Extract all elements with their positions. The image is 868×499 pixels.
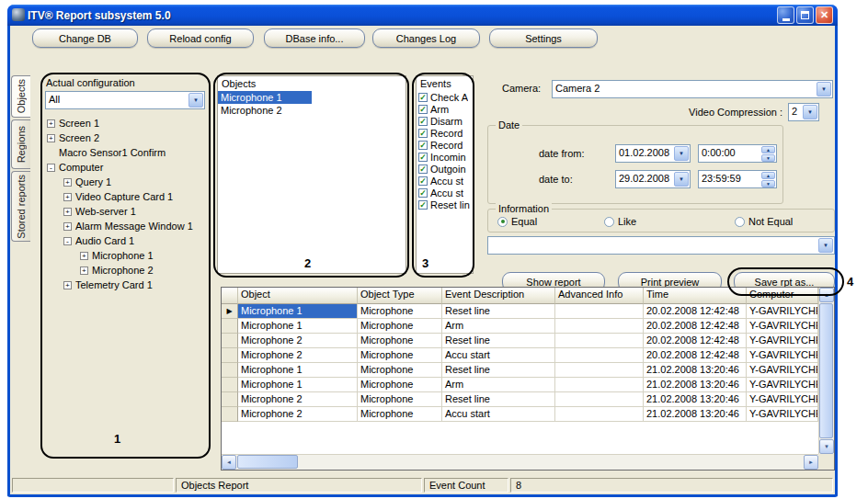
cell-object-type[interactable]: Microphone [358, 334, 442, 348]
event-checkbox-item[interactable]: ✓Reset lin [417, 198, 473, 210]
row-selector-cell[interactable]: ▶ [222, 304, 238, 319]
row-selector-cell[interactable] [222, 319, 238, 334]
cell-time[interactable]: 20.02.2008 12:42:48 [644, 304, 747, 319]
tree-item[interactable]: +Alarm Message Window 1 [45, 219, 212, 233]
vertical-scrollbar[interactable]: ▲ ▼ [818, 288, 834, 454]
tree-item[interactable]: +Microphone 1 [45, 248, 212, 263]
tree-item[interactable]: +Telemetry Card 1 [45, 278, 212, 292]
cell-object-type[interactable]: Microphone [358, 407, 442, 422]
dropdown-arrow-icon[interactable]: ▼ [817, 82, 831, 96]
scroll-left-button[interactable]: ◄ [222, 455, 236, 470]
cell-event-description[interactable]: Arm [442, 378, 555, 392]
tab-stored-reports[interactable]: Stored reports [11, 171, 30, 242]
cell-object[interactable]: Microphone 2 [238, 407, 358, 422]
column-header-advanced-info[interactable]: Advanced Info [555, 288, 644, 304]
table-row[interactable]: Microphone 2 Microphone Accu start 20.02… [222, 348, 818, 363]
cell-object-type[interactable]: Microphone [358, 378, 442, 392]
reload-config-button[interactable]: Reload config [147, 28, 254, 48]
cell-object-type[interactable]: Microphone [358, 348, 442, 363]
cell-advanced-info[interactable] [555, 363, 644, 378]
tree-item[interactable]: +Screen 2 [45, 130, 212, 145]
checkbox-checked-icon[interactable]: ✓ [418, 105, 428, 114]
tree-expand-icon[interactable]: + [80, 252, 88, 260]
tree-item[interactable]: +Microphone 2 [45, 263, 212, 278]
cell-object-type[interactable]: Microphone [358, 392, 442, 407]
dropdown-arrow-icon[interactable]: ▼ [674, 146, 689, 161]
table-row[interactable]: Microphone 2 Microphone Reset line 20.02… [222, 334, 818, 348]
cell-time[interactable]: 21.02.2008 13:20:46 [644, 363, 747, 378]
date-from-combobox[interactable]: 01.02.2008 ▼ [615, 144, 691, 163]
cell-object-type[interactable]: Microphone [358, 363, 442, 378]
row-selector-cell[interactable] [222, 392, 238, 407]
row-selector-cell[interactable] [222, 407, 238, 422]
cell-event-description[interactable]: Reset line [442, 363, 555, 378]
cell-event-description[interactable]: Arm [442, 319, 555, 334]
cell-advanced-info[interactable] [555, 392, 644, 407]
cell-event-description[interactable]: Accu start [442, 348, 555, 363]
cell-event-description[interactable]: Accu start [442, 407, 555, 422]
tree-item[interactable]: +Query 1 [45, 175, 212, 189]
titlebar[interactable]: ITV® Report subsystem 5.0 ✕ [7, 5, 838, 26]
information-filter-combobox[interactable]: ▼ [487, 236, 835, 255]
cell-object[interactable]: Microphone 1 [238, 304, 358, 319]
cell-advanced-info[interactable] [555, 378, 644, 392]
radio-not-equal[interactable]: Not Equal [735, 216, 793, 227]
scroll-down-button[interactable]: ▼ [819, 439, 834, 454]
event-checkbox-item[interactable]: ✓Accu st [417, 187, 473, 198]
table-row[interactable]: ▶ Microphone 1 Microphone Reset line 20.… [222, 304, 818, 319]
spin-down-button[interactable]: ▼ [761, 154, 775, 162]
row-selector-cell[interactable] [222, 378, 238, 392]
video-compression-combobox[interactable]: 2 ▼ [788, 103, 819, 121]
table-row[interactable]: Microphone 2 Microphone Accu start 21.02… [222, 407, 818, 422]
dropdown-arrow-icon[interactable]: ▼ [818, 238, 833, 253]
camera-combobox[interactable]: Camera 2 ▼ [552, 80, 833, 98]
tree-expand-icon[interactable]: + [63, 193, 72, 201]
scroll-up-button[interactable]: ▲ [819, 288, 834, 302]
horizontal-scroll-thumb[interactable] [237, 455, 298, 469]
checkbox-checked-icon[interactable]: ✓ [418, 176, 428, 186]
spin-up-button[interactable]: ▲ [761, 172, 775, 179]
row-selector-cell[interactable] [222, 334, 238, 348]
cell-object[interactable]: Microphone 2 [238, 348, 358, 363]
tree-expand-icon[interactable]: + [63, 281, 72, 289]
tree-expand-icon[interactable]: + [80, 267, 88, 275]
column-header-object[interactable]: Object [238, 288, 358, 304]
dropdown-arrow-icon[interactable]: ▼ [188, 93, 203, 108]
changes-log-button[interactable]: Changes Log [372, 28, 480, 48]
vertical-scroll-thumb[interactable] [819, 303, 833, 438]
cell-time[interactable]: 21.02.2008 13:20:46 [644, 407, 747, 422]
tree-collapse-icon[interactable]: - [47, 164, 55, 172]
settings-button[interactable]: Settings [489, 28, 598, 48]
column-header-event-description[interactable]: Event Description [442, 288, 555, 304]
cell-object[interactable]: Microphone 1 [238, 378, 358, 392]
event-checkbox-item[interactable]: ✓Arm [417, 103, 473, 115]
spin-down-button[interactable]: ▼ [761, 180, 775, 187]
cell-advanced-info[interactable] [555, 334, 644, 348]
cell-event-description[interactable]: Reset line [442, 304, 555, 319]
cell-advanced-info[interactable] [555, 407, 644, 422]
checkbox-checked-icon[interactable]: ✓ [418, 153, 428, 162]
cell-computer[interactable]: Y-GAVRILYCHEV [747, 363, 818, 378]
tree-expand-icon[interactable]: + [47, 134, 55, 142]
cell-object-type[interactable]: Microphone [358, 319, 442, 334]
event-checkbox-item[interactable]: ✓Check A [417, 91, 473, 103]
cell-event-description[interactable]: Reset line [442, 334, 555, 348]
dbase-info-button[interactable]: DBase info... [264, 28, 365, 48]
cell-time[interactable]: 20.02.2008 12:42:48 [644, 319, 747, 334]
row-selector-cell[interactable] [222, 348, 238, 363]
cell-event-description[interactable]: Reset line [442, 392, 555, 407]
cell-advanced-info[interactable] [555, 319, 644, 334]
cell-computer[interactable]: Y-GAVRILYCHEV [747, 407, 818, 422]
column-header-time[interactable]: Time [644, 288, 747, 304]
event-checkbox-item[interactable]: ✓Record [417, 127, 473, 139]
cell-time[interactable]: 21.02.2008 13:20:46 [644, 392, 747, 407]
checkbox-checked-icon[interactable]: ✓ [418, 200, 428, 210]
tree-item[interactable]: +Video Capture Card 1 [45, 189, 212, 204]
column-header-object-type[interactable]: Object Type [358, 288, 442, 304]
scroll-right-button[interactable]: ► [804, 455, 818, 470]
minimize-button[interactable] [777, 6, 794, 24]
dropdown-arrow-icon[interactable]: ▼ [803, 105, 817, 119]
event-checkbox-item[interactable]: ✓Disarm [417, 115, 473, 127]
column-header-computer[interactable]: Computer [747, 288, 818, 304]
cell-computer[interactable]: Y-GAVRILYCHEV [747, 378, 818, 392]
